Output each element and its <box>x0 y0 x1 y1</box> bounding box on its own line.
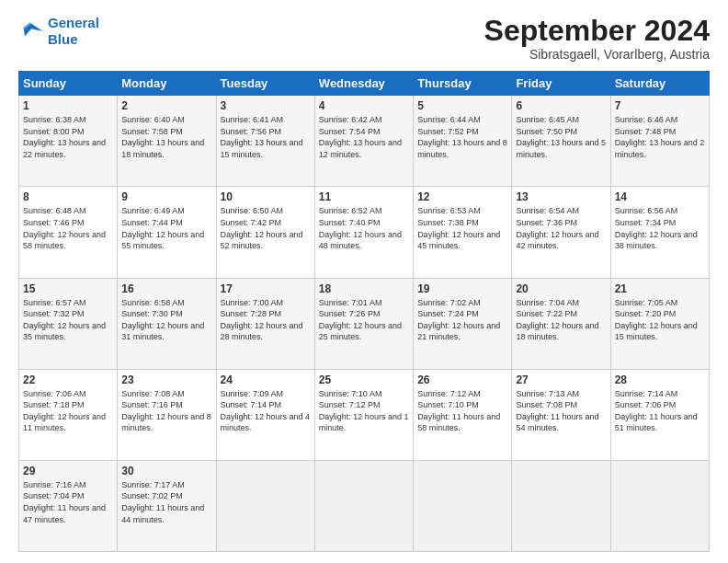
cell-text: Sunrise: 7:04 AMSunset: 7:22 PMDaylight:… <box>516 298 598 342</box>
header-monday: Monday <box>118 72 216 96</box>
logo: General Blue <box>18 15 99 48</box>
table-row: 30 Sunrise: 7:17 AMSunset: 7:02 PMDaylig… <box>118 460 216 551</box>
day-number: 5 <box>417 99 507 112</box>
cell-text: Sunrise: 7:00 AMSunset: 7:28 PMDaylight:… <box>221 298 303 342</box>
day-number: 1 <box>23 99 113 112</box>
cell-text: Sunrise: 7:09 AMSunset: 7:14 PMDaylight:… <box>221 389 311 433</box>
day-number: 12 <box>417 190 507 203</box>
calendar-week-row: 22 Sunrise: 7:06 AMSunset: 7:18 PMDaylig… <box>19 369 710 460</box>
table-row: 1 Sunrise: 6:38 AMSunset: 8:00 PMDayligh… <box>19 96 118 187</box>
table-row: 19 Sunrise: 7:02 AMSunset: 7:24 PMDaylig… <box>414 278 512 369</box>
table-row: 22 Sunrise: 7:06 AMSunset: 7:18 PMDaylig… <box>19 369 118 460</box>
table-row: 8 Sunrise: 6:48 AMSunset: 7:46 PMDayligh… <box>19 187 118 278</box>
table-row: 12 Sunrise: 6:53 AMSunset: 7:38 PMDaylig… <box>414 187 512 278</box>
table-row: 17 Sunrise: 7:00 AMSunset: 7:28 PMDaylig… <box>216 278 314 369</box>
day-number: 11 <box>319 190 409 203</box>
day-number: 16 <box>121 282 211 295</box>
header: General Blue September 2024 Sibratsgaell… <box>18 15 710 62</box>
cell-text: Sunrise: 7:05 AMSunset: 7:20 PMDaylight:… <box>615 298 698 342</box>
cell-text: Sunrise: 6:54 AMSunset: 7:36 PMDaylight:… <box>516 206 598 250</box>
day-number: 17 <box>221 282 311 295</box>
day-number: 3 <box>221 99 311 112</box>
table-row: 20 Sunrise: 7:04 AMSunset: 7:22 PMDaylig… <box>512 278 610 369</box>
table-row: 13 Sunrise: 6:54 AMSunset: 7:36 PMDaylig… <box>512 187 610 278</box>
calendar-week-row: 29 Sunrise: 7:16 AMSunset: 7:04 PMDaylig… <box>19 460 710 551</box>
day-number: 7 <box>615 99 705 112</box>
calendar-header-row: Sunday Monday Tuesday Wednesday Thursday… <box>19 72 710 96</box>
table-row: 11 Sunrise: 6:52 AMSunset: 7:40 PMDaylig… <box>314 187 413 278</box>
table-row: 29 Sunrise: 7:16 AMSunset: 7:04 PMDaylig… <box>19 460 118 551</box>
logo-text: General Blue <box>48 15 99 48</box>
month-title: September 2024 <box>484 15 710 47</box>
table-row: 5 Sunrise: 6:44 AMSunset: 7:52 PMDayligh… <box>414 96 512 187</box>
day-number: 21 <box>615 282 705 295</box>
day-number: 2 <box>121 99 211 112</box>
table-row: 16 Sunrise: 6:58 AMSunset: 7:30 PMDaylig… <box>118 278 216 369</box>
table-row: 3 Sunrise: 6:41 AMSunset: 7:56 PMDayligh… <box>216 96 314 187</box>
day-number: 14 <box>615 190 705 203</box>
day-number: 24 <box>221 373 311 386</box>
calendar-week-row: 1 Sunrise: 6:38 AMSunset: 8:00 PMDayligh… <box>19 96 710 187</box>
table-row: 9 Sunrise: 6:49 AMSunset: 7:44 PMDayligh… <box>118 187 216 278</box>
title-block: September 2024 Sibratsgaell, Vorarlberg,… <box>484 15 710 62</box>
day-number: 8 <box>23 190 113 203</box>
cell-text: Sunrise: 7:02 AMSunset: 7:24 PMDaylight:… <box>417 298 500 342</box>
day-number: 20 <box>516 282 606 295</box>
day-number: 13 <box>516 190 606 203</box>
table-row: 10 Sunrise: 6:50 AMSunset: 7:42 PMDaylig… <box>216 187 314 278</box>
cell-text: Sunrise: 6:40 AMSunset: 7:58 PMDaylight:… <box>121 115 204 159</box>
table-row: 23 Sunrise: 7:08 AMSunset: 7:16 PMDaylig… <box>118 369 216 460</box>
header-sunday: Sunday <box>19 72 118 96</box>
day-number: 18 <box>319 282 409 295</box>
table-row: 27 Sunrise: 7:13 AMSunset: 7:08 PMDaylig… <box>512 369 610 460</box>
cell-text: Sunrise: 6:57 AMSunset: 7:32 PMDaylight:… <box>23 298 106 342</box>
table-row: 18 Sunrise: 7:01 AMSunset: 7:26 PMDaylig… <box>314 278 413 369</box>
header-saturday: Saturday <box>610 72 709 96</box>
calendar-week-row: 8 Sunrise: 6:48 AMSunset: 7:46 PMDayligh… <box>19 187 710 278</box>
day-number: 30 <box>121 465 211 477</box>
header-friday: Friday <box>512 72 610 96</box>
day-number: 10 <box>221 190 311 203</box>
table-row <box>512 460 610 551</box>
table-row: 24 Sunrise: 7:09 AMSunset: 7:14 PMDaylig… <box>216 369 314 460</box>
cell-text: Sunrise: 7:01 AMSunset: 7:26 PMDaylight:… <box>319 298 402 342</box>
header-wednesday: Wednesday <box>314 72 413 96</box>
day-number: 6 <box>516 99 606 112</box>
cell-text: Sunrise: 6:49 AMSunset: 7:44 PMDaylight:… <box>121 206 204 250</box>
table-row <box>610 460 709 551</box>
cell-text: Sunrise: 7:08 AMSunset: 7:16 PMDaylight:… <box>121 389 211 433</box>
cell-text: Sunrise: 6:50 AMSunset: 7:42 PMDaylight:… <box>221 206 303 250</box>
day-number: 4 <box>319 99 409 112</box>
cell-text: Sunrise: 6:45 AMSunset: 7:50 PMDaylight:… <box>516 115 606 159</box>
cell-text: Sunrise: 7:17 AMSunset: 7:02 PMDaylight:… <box>121 480 204 524</box>
table-row <box>414 460 512 551</box>
cell-text: Sunrise: 7:12 AMSunset: 7:10 PMDaylight:… <box>417 389 500 433</box>
cell-text: Sunrise: 6:41 AMSunset: 7:56 PMDaylight:… <box>221 115 303 159</box>
header-thursday: Thursday <box>414 72 512 96</box>
day-number: 19 <box>417 282 507 295</box>
cell-text: Sunrise: 6:53 AMSunset: 7:38 PMDaylight:… <box>417 206 500 250</box>
table-row <box>314 460 413 551</box>
cell-text: Sunrise: 7:13 AMSunset: 7:08 PMDaylight:… <box>516 389 598 433</box>
table-row: 4 Sunrise: 6:42 AMSunset: 7:54 PMDayligh… <box>314 96 413 187</box>
location: Sibratsgaell, Vorarlberg, Austria <box>484 47 710 62</box>
day-number: 9 <box>121 190 211 203</box>
table-row: 26 Sunrise: 7:12 AMSunset: 7:10 PMDaylig… <box>414 369 512 460</box>
header-tuesday: Tuesday <box>216 72 314 96</box>
table-row: 14 Sunrise: 6:56 AMSunset: 7:34 PMDaylig… <box>610 187 709 278</box>
cell-text: Sunrise: 6:46 AMSunset: 7:48 PMDaylight:… <box>615 115 705 159</box>
cell-text: Sunrise: 7:14 AMSunset: 7:06 PMDaylight:… <box>615 389 698 433</box>
table-row: 7 Sunrise: 6:46 AMSunset: 7:48 PMDayligh… <box>610 96 709 187</box>
logo-icon <box>18 18 44 44</box>
cell-text: Sunrise: 6:52 AMSunset: 7:40 PMDaylight:… <box>319 206 402 250</box>
day-number: 15 <box>23 282 113 295</box>
day-number: 25 <box>319 373 409 386</box>
day-number: 27 <box>516 373 606 386</box>
cell-text: Sunrise: 7:06 AMSunset: 7:18 PMDaylight:… <box>23 389 106 433</box>
cell-text: Sunrise: 7:16 AMSunset: 7:04 PMDaylight:… <box>23 480 106 524</box>
cell-text: Sunrise: 6:42 AMSunset: 7:54 PMDaylight:… <box>319 115 402 159</box>
day-number: 22 <box>23 373 113 386</box>
cell-text: Sunrise: 6:56 AMSunset: 7:34 PMDaylight:… <box>615 206 698 250</box>
cell-text: Sunrise: 6:38 AMSunset: 8:00 PMDaylight:… <box>23 115 106 159</box>
day-number: 28 <box>615 373 705 386</box>
